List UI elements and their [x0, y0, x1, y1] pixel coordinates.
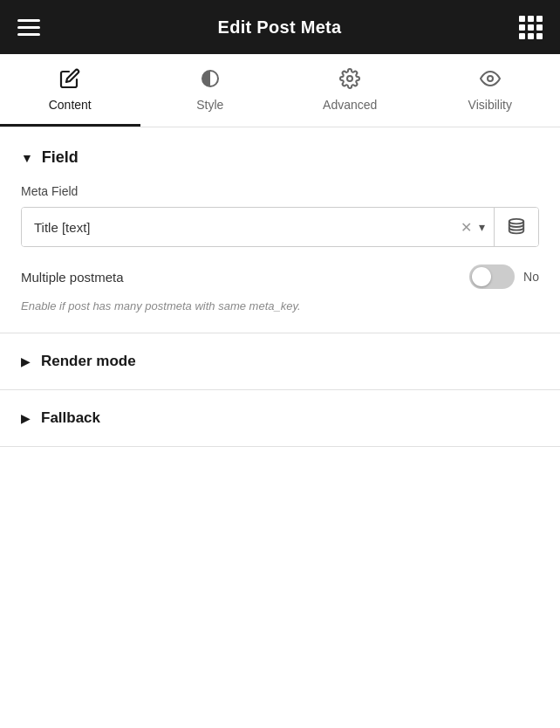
main-content: ▼ Field Meta Field Title [text] ✕ ▾: [0, 127, 560, 447]
toggle-track: [469, 264, 515, 289]
render-mode-header[interactable]: ▶ Render mode: [21, 353, 539, 370]
field-section-header[interactable]: ▼ Field: [21, 148, 539, 167]
tab-advanced-label: Advanced: [323, 98, 377, 112]
clear-selection-button[interactable]: ✕: [461, 219, 472, 236]
meta-field-value: Title [text]: [22, 208, 452, 246]
field-label: Meta Field: [21, 184, 539, 198]
apps-grid-button[interactable]: [519, 16, 543, 39]
database-icon-button[interactable]: [495, 208, 538, 246]
svg-point-2: [509, 219, 524, 224]
multiple-postmeta-label: Multiple postmeta: [21, 270, 124, 285]
hamburger-menu-button[interactable]: [17, 19, 40, 36]
field-section-title: Field: [42, 148, 79, 167]
tab-style[interactable]: Style: [140, 54, 281, 127]
field-collapse-icon: ▼: [21, 151, 33, 165]
tab-visibility-label: Visibility: [468, 98, 512, 112]
tab-style-label: Style: [196, 98, 223, 112]
toggle-state-label: No: [523, 270, 539, 284]
fallback-section: ▶ Fallback: [0, 390, 560, 447]
toggle-thumb: [472, 267, 491, 286]
tab-visibility[interactable]: Visibility: [420, 54, 561, 127]
render-mode-section: ▶ Render mode: [0, 333, 560, 390]
fallback-title: Fallback: [41, 409, 100, 427]
tab-advanced[interactable]: Advanced: [280, 54, 420, 127]
meta-field-select[interactable]: Title [text] ✕ ▾: [21, 207, 539, 247]
fallback-header[interactable]: ▶ Fallback: [21, 409, 539, 427]
render-mode-collapse-icon: ▶: [21, 354, 31, 368]
style-icon: [200, 68, 221, 93]
tab-content[interactable]: Content: [0, 54, 140, 127]
page-title: Edit Post Meta: [218, 17, 342, 38]
toggle-container: No: [469, 264, 539, 289]
eye-icon: [480, 68, 501, 93]
helper-text: Enable if post has many postmeta with sa…: [21, 298, 539, 315]
tab-content-label: Content: [49, 98, 92, 112]
field-section: ▼ Field Meta Field Title [text] ✕ ▾: [0, 127, 560, 333]
svg-point-1: [488, 76, 493, 81]
svg-point-0: [347, 76, 352, 81]
tab-navigation: Content Style Advanced Visibility: [0, 54, 560, 127]
multiple-postmeta-row: Multiple postmeta No: [21, 264, 539, 289]
select-dropdown-button[interactable]: ▾: [479, 220, 485, 234]
pencil-icon: [59, 68, 80, 93]
fallback-collapse-icon: ▶: [21, 411, 31, 425]
app-header: Edit Post Meta: [0, 0, 560, 54]
gear-icon: [339, 68, 360, 93]
multiple-postmeta-toggle[interactable]: [469, 264, 515, 289]
render-mode-title: Render mode: [41, 353, 136, 370]
select-controls: ✕ ▾: [452, 208, 494, 246]
